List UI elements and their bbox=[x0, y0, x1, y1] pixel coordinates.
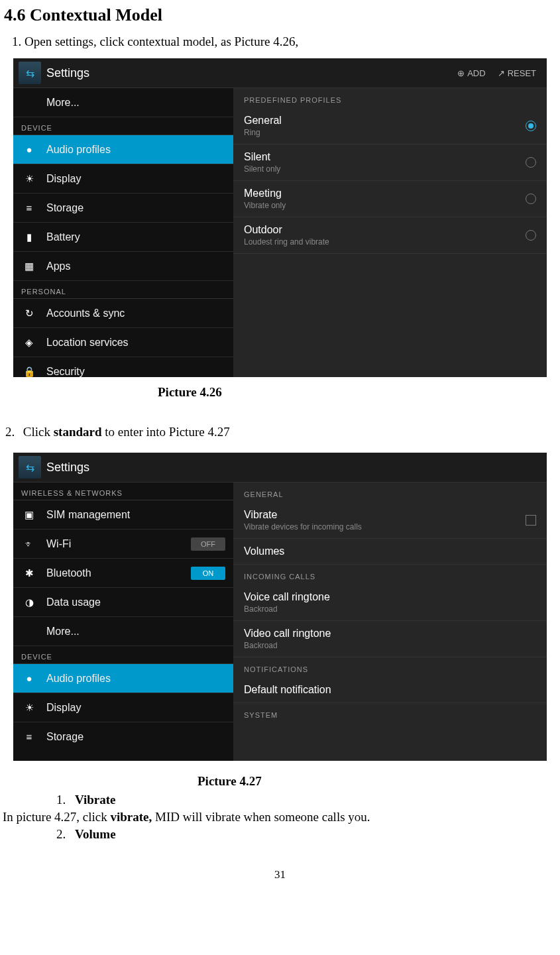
caption-4-27: Picture 4.27 bbox=[197, 774, 560, 789]
left-pane: WIRELESS & NETWORKS ▣SIM management ᯤWi-… bbox=[13, 482, 233, 761]
category-wireless: WIRELESS & NETWORKS bbox=[13, 482, 233, 500]
caption-4-26: Picture 4.26 bbox=[158, 385, 560, 400]
right-pane: PREDEFINED PROFILES GeneralRing SilentSi… bbox=[233, 88, 547, 377]
sidebar-item-sim[interactable]: ▣SIM management bbox=[13, 500, 233, 530]
radio[interactable] bbox=[526, 157, 536, 168]
settings-icon: ⇆ bbox=[19, 456, 41, 478]
sidebar-item-location[interactable]: ◈Location services bbox=[13, 328, 233, 357]
radio-selected[interactable] bbox=[526, 121, 536, 131]
actionbar-title: Settings bbox=[46, 66, 453, 80]
right-pane: GENERAL VibrateVibrate devices for incom… bbox=[233, 482, 547, 761]
data-icon: ◑ bbox=[21, 596, 37, 608]
sub-2: 2.Volume bbox=[56, 827, 560, 842]
item-default-notification[interactable]: Default notification bbox=[233, 677, 547, 703]
item-video-ringtone[interactable]: Video call ringtoneBackroad bbox=[233, 621, 547, 657]
profile-meeting[interactable]: MeetingVibrate only bbox=[233, 181, 547, 217]
sidebar-item-data[interactable]: ◑Data usage bbox=[13, 588, 233, 617]
add-button[interactable]: ⊕ ADD bbox=[453, 68, 489, 78]
wifi-toggle[interactable]: OFF bbox=[191, 537, 225, 551]
reset-button[interactable]: ↗ RESET bbox=[494, 68, 540, 78]
storage-icon: ≡ bbox=[21, 731, 37, 742]
sidebar-item-battery[interactable]: ▮Battery bbox=[13, 223, 233, 252]
sidebar-item-apps[interactable]: ▦Apps bbox=[13, 252, 233, 281]
category-system: SYSTEM bbox=[233, 703, 547, 723]
sidebar-item-audio-profiles[interactable]: ●Audio profiles bbox=[13, 664, 233, 693]
item-volumes[interactable]: Volumes bbox=[233, 539, 547, 565]
sub-1: 1.Vibrate bbox=[56, 793, 560, 807]
step-1: 1. Open settings, click contextual model… bbox=[12, 34, 560, 49]
sidebar-item-accounts[interactable]: ↻Accounts & sync bbox=[13, 299, 233, 328]
profile-outdoor[interactable]: OutdoorLoudest ring and vibrate bbox=[233, 217, 547, 254]
left-pane: More... DEVICE ●Audio profiles ☀Display … bbox=[13, 88, 233, 377]
checkbox[interactable] bbox=[526, 515, 536, 526]
item-voice-ringtone[interactable]: Voice call ringtoneBackroad bbox=[233, 585, 547, 621]
bluetooth-icon: ✱ bbox=[21, 567, 37, 579]
sidebar-item-storage[interactable]: ≡Storage bbox=[13, 194, 233, 223]
location-icon: ◈ bbox=[21, 337, 37, 349]
category-notifications: NOTIFICATIONS bbox=[233, 657, 547, 677]
sync-icon: ↻ bbox=[21, 308, 37, 319]
step-2: 2. Click standard to enter into Picture … bbox=[5, 425, 560, 439]
sidebar-item-more[interactable]: More... bbox=[13, 617, 233, 646]
audio-icon: ● bbox=[21, 673, 37, 684]
item-vibrate[interactable]: VibrateVibrate devices for incoming call… bbox=[233, 502, 547, 539]
display-icon: ☀ bbox=[21, 173, 37, 185]
right-category: PREDEFINED PROFILES bbox=[233, 88, 547, 108]
figure-4-27: ⇆ Settings WIRELESS & NETWORKS ▣SIM mana… bbox=[13, 453, 547, 761]
category-general: GENERAL bbox=[233, 482, 547, 502]
sidebar-item-wifi[interactable]: ᯤWi-FiOFF bbox=[13, 530, 233, 559]
display-icon: ☀ bbox=[21, 702, 37, 714]
actionbar: ⇆ Settings bbox=[13, 453, 547, 482]
category-incoming: INCOMING CALLS bbox=[233, 565, 547, 585]
page-number: 31 bbox=[0, 868, 560, 881]
sidebar-item-display[interactable]: ☀Display bbox=[13, 164, 233, 194]
radio[interactable] bbox=[526, 230, 536, 241]
profile-silent[interactable]: SilentSilent only bbox=[233, 144, 547, 181]
actionbar: ⇆ Settings ⊕ ADD ↗ RESET bbox=[13, 58, 547, 88]
sidebar-item-more[interactable]: More... bbox=[13, 88, 233, 117]
sub-1-body: In picture 4.27, click vibrate, MID will… bbox=[3, 810, 560, 824]
category-device: DEVICE bbox=[13, 646, 233, 664]
storage-icon: ≡ bbox=[21, 202, 37, 213]
lock-icon: 🔒 bbox=[21, 366, 37, 378]
settings-icon: ⇆ bbox=[19, 62, 41, 84]
wifi-icon: ᯤ bbox=[21, 538, 37, 549]
category-device: DEVICE bbox=[13, 117, 233, 135]
sidebar-item-bluetooth[interactable]: ✱BluetoothON bbox=[13, 559, 233, 588]
profile-general[interactable]: GeneralRing bbox=[233, 108, 547, 144]
section-heading: 4.6 Contextual Model bbox=[4, 5, 560, 25]
bluetooth-toggle[interactable]: ON bbox=[191, 567, 225, 580]
sim-icon: ▣ bbox=[21, 509, 37, 521]
apps-icon: ▦ bbox=[21, 260, 37, 272]
audio-icon: ● bbox=[21, 144, 37, 155]
sidebar-item-security[interactable]: 🔒Security bbox=[13, 357, 233, 386]
sidebar-item-audio-profiles[interactable]: ●Audio profiles bbox=[13, 135, 233, 164]
sidebar-item-display[interactable]: ☀Display bbox=[13, 693, 233, 722]
radio[interactable] bbox=[526, 194, 536, 204]
category-personal: PERSONAL bbox=[13, 281, 233, 299]
figure-4-26: ⇆ Settings ⊕ ADD ↗ RESET More... DEVICE … bbox=[13, 58, 547, 377]
actionbar-title: Settings bbox=[46, 461, 547, 475]
battery-icon: ▮ bbox=[21, 231, 37, 243]
sidebar-item-storage[interactable]: ≡Storage bbox=[13, 722, 233, 751]
